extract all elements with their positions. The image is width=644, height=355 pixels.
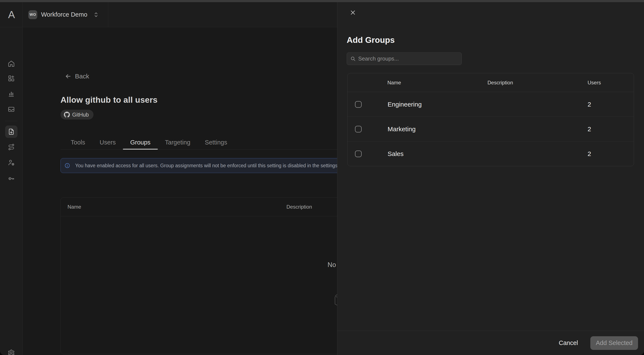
search-icon xyxy=(350,56,356,61)
key-icon xyxy=(8,175,15,182)
group-users-cell: 2 xyxy=(588,126,591,133)
sidebar-item-home[interactable] xyxy=(5,58,18,70)
drawer-title: Add Groups xyxy=(347,35,394,45)
workspace-name: Workforce Demo xyxy=(41,11,87,18)
cancel-button[interactable]: Cancel xyxy=(556,337,581,348)
chevron-up-down-icon xyxy=(94,12,98,18)
tab-users[interactable]: Users xyxy=(92,135,123,149)
logo-a-icon: A xyxy=(8,9,14,21)
sidebar-item-documents-active[interactable] xyxy=(5,126,18,138)
tab-settings[interactable]: Settings xyxy=(198,135,234,149)
column-header-description: Description xyxy=(286,204,312,210)
arrow-left-icon xyxy=(65,73,72,80)
github-badge: GitHub xyxy=(60,110,94,120)
group-users-cell: 2 xyxy=(588,101,591,108)
github-octocat-icon xyxy=(64,112,70,118)
group-name-cell: Sales xyxy=(388,150,404,157)
group-name-cell: Marketing xyxy=(388,126,416,133)
tab-groups[interactable]: Groups xyxy=(123,135,158,149)
column-header-description: Description xyxy=(488,80,513,86)
column-header-users: Users xyxy=(588,80,601,86)
search-input[interactable] xyxy=(358,55,458,62)
page-title: Allow github to all users xyxy=(60,95,158,105)
home-icon xyxy=(8,60,15,67)
row-checkbox[interactable] xyxy=(355,126,362,132)
app-window: A WO Workforce Demo xyxy=(0,2,644,355)
close-icon xyxy=(350,10,356,16)
inbox-icon xyxy=(8,106,15,113)
close-button[interactable] xyxy=(348,8,357,17)
window-top-strip xyxy=(0,0,644,2)
back-button[interactable]: Back xyxy=(65,73,89,80)
group-users-cell: 2 xyxy=(588,150,591,157)
column-header-name: Name xyxy=(68,204,81,210)
sidebar-item-settings[interactable] xyxy=(5,347,18,355)
group-name-cell: Engineering xyxy=(388,101,422,108)
drawer-footer: Cancel Add Selected xyxy=(337,331,644,355)
sidebar-item-inbox[interactable] xyxy=(5,103,18,116)
user-gear-icon xyxy=(8,159,15,166)
add-selected-button[interactable]: Add Selected xyxy=(590,336,638,350)
sidebar-item-apps[interactable] xyxy=(5,72,18,85)
table-row-marketing[interactable]: Marketing 2 xyxy=(348,117,634,142)
sidebar-item-user-settings[interactable] xyxy=(5,156,18,169)
sidebar xyxy=(0,28,23,355)
screen: A WO Workforce Demo xyxy=(0,0,644,355)
search-box xyxy=(347,53,462,65)
gear-icon xyxy=(8,349,15,355)
workspace-avatar: WO xyxy=(28,10,37,19)
tab-tools[interactable]: Tools xyxy=(64,135,92,149)
column-header-name: Name xyxy=(388,80,401,86)
add-groups-drawer: Add Groups Name Description Users Engine… xyxy=(337,2,644,355)
apps-blocks-plus-icon xyxy=(8,75,15,82)
app-logo[interactable]: A xyxy=(0,2,23,27)
back-label: Back xyxy=(75,73,89,80)
sidebar-divider xyxy=(5,121,18,121)
info-circle-icon xyxy=(64,163,70,168)
table-row-engineering[interactable]: Engineering 2 xyxy=(348,92,634,117)
route-icon xyxy=(8,143,15,151)
workspace-switcher[interactable]: WO Workforce Demo xyxy=(23,2,108,27)
row-checkbox[interactable] xyxy=(355,101,362,108)
sidebar-item-workflows[interactable] xyxy=(5,141,18,153)
tab-targeting[interactable]: Targeting xyxy=(158,135,198,149)
sidebar-item-analytics[interactable] xyxy=(5,88,18,100)
file-plus-icon xyxy=(8,128,15,135)
drawer-groups-table: Name Description Users Engineering 2 Mar… xyxy=(347,73,634,166)
bar-chart-icon xyxy=(8,90,15,97)
table-row-sales[interactable]: Sales 2 xyxy=(348,142,634,166)
sidebar-item-api-keys[interactable] xyxy=(5,172,18,185)
github-badge-label: GitHub xyxy=(72,112,89,118)
info-banner-text: You have enabled access for all users. G… xyxy=(75,163,347,169)
row-checkbox[interactable] xyxy=(355,151,362,157)
drawer-table-header: Name Description Users xyxy=(348,73,634,92)
